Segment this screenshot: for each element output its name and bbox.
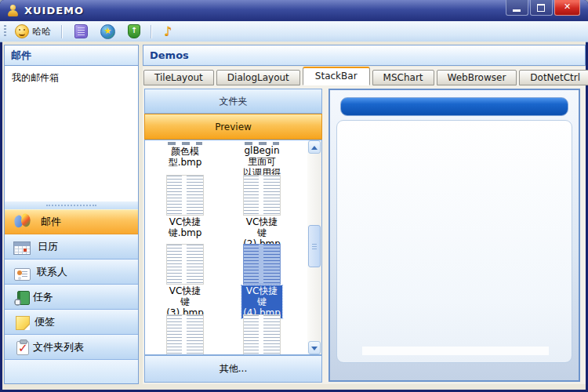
panel-bottom-strip bbox=[362, 347, 549, 355]
preview-thumbnail-list: 颜色模型.bmp glBegin里面可 以调用得函... VC快捷键.bmp V… bbox=[144, 140, 322, 355]
chevron-down-icon bbox=[311, 347, 318, 354]
main-header-title: Demos bbox=[150, 49, 189, 61]
toolbar-grip[interactable] bbox=[4, 25, 6, 38]
thumbnail-label[interactable]: VC快捷键.bmp bbox=[166, 216, 204, 238]
notebook-button[interactable] bbox=[71, 23, 92, 40]
toolbar: 哈哈 ★ ↑ ♪ bbox=[0, 21, 588, 42]
stackbar-group-folders[interactable]: 文件夹 bbox=[144, 89, 322, 114]
maximize-button[interactable] bbox=[530, 0, 553, 16]
sidebar-item-notes[interactable]: 便签 bbox=[5, 310, 138, 335]
sidebar-item-contacts[interactable]: 联系人 bbox=[5, 260, 138, 285]
notebook-icon bbox=[74, 24, 88, 38]
sidebar-item-label: 邮件 bbox=[41, 215, 61, 229]
shield-icon: ↑ bbox=[128, 24, 140, 38]
note-icon bbox=[16, 316, 30, 330]
scrollbar-thumb[interactable] bbox=[308, 225, 321, 267]
sidebar-item-tasks[interactable]: 任务 bbox=[5, 285, 138, 310]
thumbnail-label[interactable]: 颜色模型.bmp bbox=[166, 146, 204, 168]
tab-strip: TileLayout DialogLayout StackBar MSChart… bbox=[143, 67, 588, 85]
tasks-icon bbox=[17, 291, 30, 305]
stackbar-right-panel bbox=[328, 89, 580, 382]
tab-webbrowser[interactable]: WebBrowser bbox=[437, 70, 517, 85]
titlebar[interactable]: XUIDEMO ✕ bbox=[0, 0, 588, 22]
thumbnail-image[interactable] bbox=[166, 175, 204, 216]
folder-list-icon bbox=[16, 341, 29, 355]
sidebar-empty-area bbox=[4, 360, 139, 384]
toolbar-separator bbox=[151, 25, 151, 38]
maximize-icon bbox=[537, 4, 545, 12]
tab-mschart[interactable]: MSChart bbox=[372, 70, 434, 85]
butterfly-icon bbox=[13, 213, 34, 230]
sidebar-item-calendar[interactable]: 日历 bbox=[5, 234, 138, 260]
thumbnail-image[interactable] bbox=[243, 175, 281, 216]
haha-button[interactable]: 哈哈 bbox=[11, 23, 55, 40]
list-item: 颜色模型.bmp bbox=[147, 140, 223, 145]
tab-tilelayout[interactable]: TileLayout bbox=[143, 70, 214, 85]
sidebar-item-label: 日历 bbox=[38, 240, 58, 254]
shield-button[interactable]: ↑ bbox=[124, 23, 144, 40]
preview-display-panel bbox=[336, 120, 572, 363]
sidebar-item-label: 便签 bbox=[34, 315, 55, 329]
toolbar-separator bbox=[61, 25, 62, 38]
sidebar-item-mail[interactable]: 邮件 bbox=[5, 209, 138, 234]
tab-dotnetctrl[interactable]: DotNetCtrl bbox=[519, 70, 588, 85]
sidebar-nav: 邮件 日历 联系人 任务 便签 文件夹列表 bbox=[4, 209, 139, 360]
mailbox-item[interactable]: 我的邮件箱 bbox=[12, 71, 138, 85]
star-button[interactable]: ★ bbox=[96, 23, 119, 41]
splitter-grip-dots bbox=[46, 205, 96, 206]
sidebar-item-label: 联系人 bbox=[37, 265, 67, 279]
vertical-scrollbar[interactable] bbox=[307, 140, 321, 354]
thumbnail-partial[interactable] bbox=[168, 142, 202, 145]
smiley-icon bbox=[15, 24, 29, 38]
mailbox-list: 我的邮件箱 bbox=[4, 66, 139, 201]
xuidemo-window: XUIDEMO ✕ 哈哈 ★ ↑ ♪ 邮件 我的邮件 bbox=[0, 0, 588, 392]
stackbar-group-other[interactable]: 其他... bbox=[144, 355, 322, 383]
sidebar-splitter[interactable] bbox=[4, 201, 139, 209]
sidebar-header: 邮件 bbox=[4, 45, 139, 66]
user-icon bbox=[6, 4, 20, 17]
sidebar-header-title: 邮件 bbox=[11, 49, 31, 63]
scroll-up-button[interactable] bbox=[308, 140, 321, 154]
thumbnail-image[interactable] bbox=[166, 244, 204, 285]
music-note-icon: ♪ bbox=[164, 25, 172, 38]
sidebar-item-folder-list[interactable]: 文件夹列表 bbox=[5, 335, 138, 360]
sidebar-item-label: 文件夹列表 bbox=[33, 340, 84, 354]
minimize-button[interactable] bbox=[506, 0, 528, 16]
scroll-down-button[interactable] bbox=[308, 341, 321, 354]
tab-dialoglayout[interactable]: DialogLayout bbox=[216, 70, 300, 85]
close-button[interactable]: ✕ bbox=[554, 0, 580, 16]
tab-stackbar[interactable]: StackBar bbox=[303, 67, 370, 85]
list-item: glBegin里面可 以调用得函... bbox=[224, 140, 299, 145]
thumbnail-partial[interactable] bbox=[243, 314, 281, 355]
thumbnail-partial[interactable] bbox=[166, 314, 204, 355]
window-title: XUIDEMO bbox=[24, 5, 84, 16]
star-icon: ★ bbox=[100, 24, 115, 39]
calendar-icon bbox=[13, 241, 31, 255]
stackbar-group-preview[interactable]: Preview bbox=[144, 114, 322, 140]
music-button[interactable]: ♪ bbox=[160, 24, 176, 39]
main-header: Demos bbox=[143, 45, 586, 66]
blue-progress-bar bbox=[340, 97, 568, 116]
minimize-icon bbox=[513, 9, 521, 12]
contacts-icon bbox=[14, 268, 31, 281]
thumbnail-label[interactable]: VC快捷键 (3).bmp bbox=[166, 285, 204, 318]
thumbnail-image[interactable] bbox=[243, 244, 281, 285]
sidebar-item-label: 任务 bbox=[33, 290, 53, 304]
window-controls: ✕ bbox=[506, 0, 580, 16]
chevron-up-icon bbox=[311, 143, 318, 150]
haha-button-label: 哈哈 bbox=[32, 25, 51, 38]
thumbnail-label[interactable]: VC快捷键 (4).bmp bbox=[241, 285, 282, 318]
